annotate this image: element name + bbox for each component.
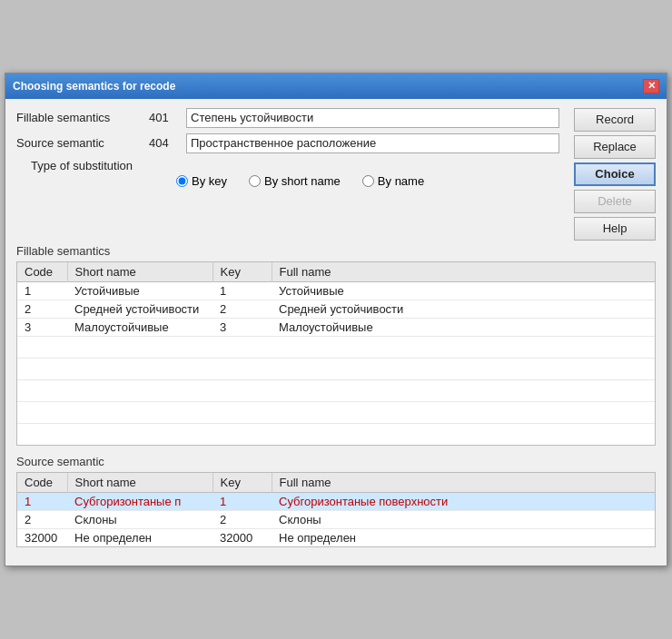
table-row[interactable]: 2 Средней устойчивости 2 Средней устойчи… bbox=[17, 300, 655, 318]
cell-key: 32000 bbox=[212, 529, 272, 547]
fillable-col-full: Full name bbox=[272, 262, 655, 282]
cell-full: Субгоризонтаные поверхности bbox=[272, 493, 655, 511]
table-row-empty bbox=[17, 401, 655, 423]
source-table-header: Code Short name Key Full name bbox=[17, 473, 655, 493]
radio-by-short[interactable]: By short name bbox=[249, 174, 341, 188]
fillable-row: Fillable semantics 401 bbox=[16, 108, 559, 128]
source-table: Code Short name Key Full name 1 Субгориз… bbox=[17, 473, 655, 546]
cell-key: 2 bbox=[212, 300, 272, 318]
cell-short: Не определен bbox=[67, 529, 212, 547]
cell-short: Средней устойчивости bbox=[67, 300, 212, 318]
main-window: Choosing semantics for recode ✕ Fillable… bbox=[5, 73, 667, 567]
radio-group: By key By short name By name bbox=[176, 174, 559, 188]
delete-button[interactable]: Delete bbox=[574, 190, 656, 213]
source-input[interactable] bbox=[186, 133, 559, 153]
choice-button[interactable]: Choice bbox=[574, 162, 656, 186]
cell-short: Малоустойчивые bbox=[67, 318, 212, 336]
cell-code: 32000 bbox=[17, 529, 67, 547]
record-button[interactable]: Record bbox=[574, 108, 656, 132]
radio-by-name[interactable]: By name bbox=[362, 174, 424, 188]
cell-key: 2 bbox=[212, 511, 272, 529]
source-col-code: Code bbox=[17, 473, 67, 493]
substitution-label: Type of substitution bbox=[16, 159, 143, 172]
content-area: Fillable semantics 401 Source semantic 4… bbox=[5, 99, 667, 566]
table-row[interactable]: 1 Устойчивые 1 Устойчивые bbox=[17, 281, 655, 300]
source-col-key: Key bbox=[212, 473, 272, 493]
source-col-short: Short name bbox=[67, 473, 212, 493]
fillable-input[interactable] bbox=[186, 108, 559, 128]
form-fields: Fillable semantics 401 Source semantic 4… bbox=[16, 108, 559, 195]
cell-key: 3 bbox=[212, 318, 272, 336]
table-row-empty bbox=[17, 423, 655, 445]
table-row[interactable]: 3 Малоустойчивые 3 Малоустойчивые bbox=[17, 318, 655, 336]
cell-key: 1 bbox=[212, 493, 272, 511]
source-col-full: Full name bbox=[272, 473, 655, 493]
source-section-label: Source semantic bbox=[16, 455, 656, 468]
fillable-col-code: Code bbox=[17, 262, 67, 282]
source-label: Source semantic bbox=[16, 136, 143, 150]
source-table-container: Code Short name Key Full name 1 Субгориз… bbox=[16, 472, 656, 547]
table-row[interactable]: 32000 Не определен 32000 Не определен bbox=[17, 529, 655, 547]
cell-code: 3 bbox=[17, 318, 67, 336]
fillable-table-container: Code Short name Key Full name 1 Устойчив… bbox=[16, 261, 656, 447]
cell-code: 1 bbox=[17, 493, 67, 511]
cell-short: Склоны bbox=[67, 511, 212, 529]
cell-short: Субгоризонтаные п bbox=[67, 493, 212, 511]
replace-button[interactable]: Replace bbox=[574, 135, 656, 159]
fillable-table: Code Short name Key Full name 1 Устойчив… bbox=[17, 262, 655, 446]
fillable-col-short: Short name bbox=[67, 262, 212, 282]
radio-by-key[interactable]: By key bbox=[176, 174, 227, 188]
table-row[interactable]: 1 Субгоризонтаные п 1 Субгоризонтаные по… bbox=[17, 493, 655, 511]
source-code: 404 bbox=[149, 136, 181, 150]
table-row[interactable]: 2 Склоны 2 Склоны bbox=[17, 511, 655, 529]
fillable-section-label: Fillable semantics bbox=[16, 244, 656, 258]
help-button[interactable]: Help bbox=[574, 217, 656, 241]
table-row-empty bbox=[17, 336, 655, 358]
cell-full: Не определен bbox=[272, 529, 655, 547]
cell-code: 2 bbox=[17, 300, 67, 318]
cell-key: 1 bbox=[212, 281, 272, 300]
fillable-table-header: Code Short name Key Full name bbox=[17, 262, 655, 282]
fillable-table-body: 1 Устойчивые 1 Устойчивые 2 Средней усто… bbox=[17, 281, 655, 445]
title-bar: Choosing semantics for recode ✕ bbox=[5, 74, 667, 99]
table-row-empty bbox=[17, 379, 655, 401]
cell-short: Устойчивые bbox=[67, 281, 212, 300]
cell-code: 2 bbox=[17, 511, 67, 529]
cell-code: 1 bbox=[17, 281, 67, 300]
window-title: Choosing semantics for recode bbox=[13, 80, 175, 93]
table-row-empty bbox=[17, 358, 655, 379]
fillable-col-key: Key bbox=[212, 262, 272, 282]
close-button[interactable]: ✕ bbox=[643, 79, 659, 93]
cell-full: Устойчивые bbox=[272, 281, 655, 300]
source-table-body: 1 Субгоризонтаные п 1 Субгоризонтаные по… bbox=[17, 493, 655, 547]
cell-full: Малоустойчивые bbox=[272, 318, 655, 336]
fillable-label: Fillable semantics bbox=[16, 111, 143, 124]
fillable-code: 401 bbox=[149, 111, 181, 124]
action-buttons: Record Replace Choice Delete Help bbox=[574, 108, 656, 241]
cell-full: Склоны bbox=[272, 511, 655, 529]
source-row: Source semantic 404 bbox=[16, 133, 559, 153]
cell-full: Средней устойчивости bbox=[272, 300, 655, 318]
